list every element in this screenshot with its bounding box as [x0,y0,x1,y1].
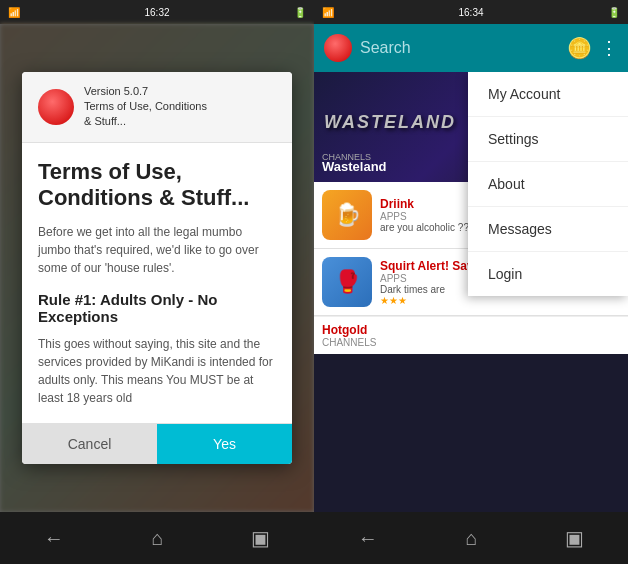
content-area: WASTELAND Wasteland CHANNELS 799 🍺 Driin… [314,72,628,512]
dropdown-menu: My Account Settings About Messages Login [468,72,628,296]
dialog-version-info: Version 5.0.7 Terms of Use, Conditions &… [84,84,207,130]
nav-bar-right: ← ⌂ ▣ [314,512,628,564]
dialog-overlay: Version 5.0.7 Terms of Use, Conditions &… [0,24,314,512]
right-status-icons: 📶 [322,7,334,18]
recent-button-right[interactable]: ▣ [565,526,584,550]
app-header: Search 🪙 ⋮ [314,24,628,72]
right-time: 16:34 [458,7,483,18]
dialog-header: Version 5.0.7 Terms of Use, Conditions &… [22,72,292,143]
header-actions: 🪙 ⋮ [567,36,618,60]
nav-bar-left: ← ⌂ ▣ [0,512,314,564]
cancel-button[interactable]: Cancel [22,424,157,464]
more-menu-icon[interactable]: ⋮ [600,37,618,59]
hotgold-category: CHANNELS [322,337,620,348]
dialog-actions: Cancel Yes [22,423,292,464]
left-time: 16:32 [144,7,169,18]
search-label[interactable]: Search [360,39,559,57]
left-panel: 📶 16:32 🔋 Version 5.0.7 Terms of Use, Co… [0,0,314,564]
menu-item-login[interactable]: Login [468,252,628,296]
header-subtitle: Terms of Use, Conditions & Stuff... [84,99,207,130]
dialog-body: Terms of Use, Conditions & Stuff... Befo… [22,143,292,424]
menu-item-messages[interactable]: Messages [468,207,628,252]
hotgold-section[interactable]: Hotgold CHANNELS [314,316,628,354]
dialog-rule-title: Rule #1: Adults Only - No Exceptions [38,291,276,325]
featured-category: CHANNELS [322,152,371,162]
sim-icon-right: 📶 [322,7,334,18]
dialog-intro-text: Before we get into all the legal mumbo j… [38,223,276,277]
menu-item-about[interactable]: About [468,162,628,207]
right-panel: 📶 16:34 🔋 Search 🪙 ⋮ WASTELAND Wasteland… [314,0,628,564]
yes-button[interactable]: Yes [157,424,292,464]
squirt-app-icon: 🥊 [322,257,372,307]
wasteland-title: WASTELAND [324,112,456,133]
sim-icon: 📶 [8,7,20,18]
coins-icon[interactable]: 🪙 [567,36,592,60]
dialog-title: Terms of Use, Conditions & Stuff... [38,159,276,212]
beer-app-icon: 🍺 [322,190,372,240]
menu-item-settings[interactable]: Settings [468,117,628,162]
back-button-left[interactable]: ← [44,527,64,550]
status-bar-right: 📶 16:34 🔋 [314,0,628,24]
home-button-left[interactable]: ⌂ [151,527,163,550]
battery-icon-right: 🔋 [608,7,620,18]
hotgold-name: Hotgold [322,323,620,337]
status-bar-left: 📶 16:32 🔋 [0,0,314,24]
dialog-rule-body: This goes without saying, this site and … [38,335,276,407]
app-logo [38,89,74,125]
version-number: Version 5.0.7 [84,84,207,99]
squirt-app-rating: ★★★ [380,295,589,306]
left-status-icons: 📶 [8,7,20,18]
battery-icon: 🔋 [294,7,306,18]
home-button-right[interactable]: ⌂ [465,527,477,550]
header-logo [324,34,352,62]
terms-dialog: Version 5.0.7 Terms of Use, Conditions &… [22,72,292,465]
back-button-right[interactable]: ← [358,527,378,550]
menu-item-my-account[interactable]: My Account [468,72,628,117]
recent-button-left[interactable]: ▣ [251,526,270,550]
